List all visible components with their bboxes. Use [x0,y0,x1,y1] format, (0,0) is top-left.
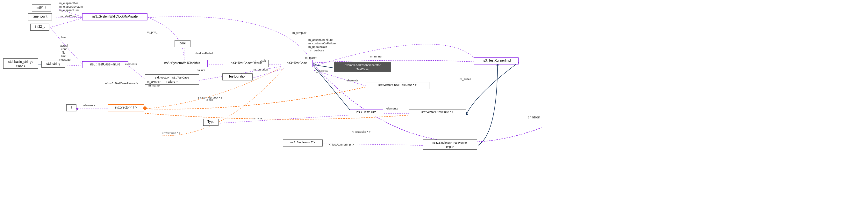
node-Singleton-T: ns3::Singleton< T > [283,139,323,146]
node-TestRunnerImpl: ns3::TestRunnerImpl [474,57,519,64]
label-m_continueOnFailure: m_continueOnFailure [308,42,336,45]
label-message: message [59,58,71,61]
svg-marker-14 [314,63,316,66]
label-elements-testcase: elements [125,62,137,66]
node-SystemWallClockMs: ns3::SystemWallClockMs [157,60,208,67]
node-ExampleAddressGenerator: ExampleAddress6GeneratorTestCase [334,62,391,72]
label-failure: failure [197,69,206,72]
label-m_type: m_type [253,117,262,120]
label-m_verbose: _m_verbose [308,49,324,52]
diagram-container: int64_t time_point int32_t ns3::SystemWa… [0,0,868,218]
svg-line-19 [220,115,352,123]
node-T: T [66,104,76,111]
label-testsuite-star: < TestSuite * > [352,130,370,133]
node-int32_t: int32_t [30,24,50,31]
label-testrunnerimpl-arrow: < TestRunnerImpl > [329,143,354,146]
node-vector-T: std::vector< T > [108,104,144,111]
node-time_point: time_point [28,13,52,21]
label-m_tempDir: m_tempDir [292,31,306,34]
svg-line-4 [67,65,85,66]
label-childrenFailed: childrenFailed [195,52,213,55]
svg-line-2 [48,18,85,28]
node-bool: bool [175,40,190,47]
label-m_startTime: m_startTime [61,15,76,18]
label-neg-testcase-failure: -< ns3::TestCaseFailure > [105,82,138,85]
node-std-string: std::string [41,61,65,68]
node-Type: Type [203,119,218,126]
label-limit: limit [61,55,66,58]
label-elements-T: elements [84,104,95,107]
node-Singleton-TestRunnerImpl: ns3::Singleton< TestRunnerImpl > [423,139,477,150]
label-m_updateData: m_updateData [308,45,327,49]
node-TestCaseFailure: ns3::TestCaseFailure [82,61,128,68]
label-elements-suite: elements [386,107,398,110]
label-file: file [62,51,66,54]
label-m_elapsedReal: m_elapsedReal [59,2,79,5]
node-TestCase: ns3::TestCase [281,60,313,67]
label-m_name: m_name [149,84,160,87]
node-vector-testsuite-ptr: std::vector< TestSuite * > [409,109,466,116]
label-children: children [528,115,540,119]
node-int64_t: int64_t [32,4,51,11]
label-testcase-ptr: < ns3::TestCase * > [197,97,223,100]
label-m_elapsedUser: m_elapsedUser [59,9,79,12]
label-cond: cond [61,48,67,51]
label-m_parent: m_parent [305,56,317,59]
label-m_runner: m_runner [370,55,382,58]
svg-line-13 [314,65,336,68]
label-actual: actual [60,44,68,47]
label-testsuite-bottom: < TestSuite * > [162,132,180,135]
label-line: line [61,36,66,39]
node-vector-testcase-ptr: std::vector< ns3::TestCase * > [366,82,429,89]
label-elements-ptr: elements [347,79,358,82]
label-m_elapsedSystem: m_elapsedSystem [59,5,83,8]
svg-line-7 [129,66,147,80]
node-TestSuite: ns3::TestSuite [350,109,383,116]
label-m_result: m_result [255,59,266,62]
label-m_assertOnFailure: m_assertOnFailure [308,38,333,42]
node-TestDuration: TestDuration [222,74,253,80]
node-basic-string: std::basic_string<Char > [3,58,38,69]
label-m_children: m_children [314,70,328,73]
svg-line-22 [314,66,352,112]
label-m_dataDir: m_dataDir [147,80,160,84]
label-m_duration: m_duration [253,68,268,71]
label-m_priv: m_priv_ [147,31,157,34]
node-SystemWallClockMsPrivate: ns3::SystemWallClockMsPrivate [82,13,148,21]
label-m_suites: m_suites [460,78,471,81]
